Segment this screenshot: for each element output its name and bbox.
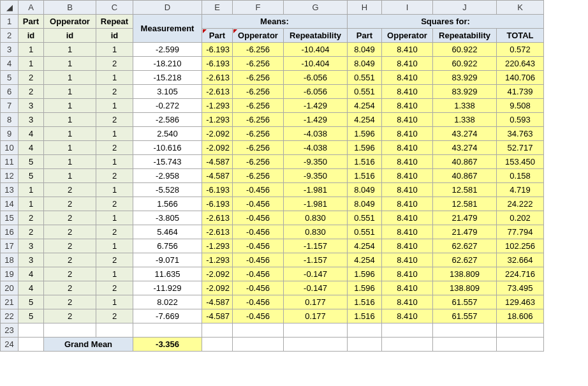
row-header-16[interactable]: 16 — [1, 225, 18, 239]
cell-mean-repeat[interactable]: -1.429 — [284, 99, 348, 113]
cell-repeat-id[interactable]: 2 — [96, 113, 133, 127]
cell-mean-part[interactable]: -2.092 — [202, 127, 233, 141]
cell-measurement[interactable]: -15.743 — [133, 155, 202, 169]
row-header-4[interactable]: 4 — [1, 57, 18, 71]
cell-sq-part[interactable]: 1.596 — [348, 141, 382, 155]
cell-measurement[interactable]: -18.210 — [133, 57, 202, 71]
cell-measurement[interactable]: -5.528 — [133, 183, 202, 197]
cell-mean-opperator[interactable]: -0.456 — [233, 253, 284, 267]
col-K[interactable]: K — [497, 1, 544, 15]
cell-mean-part[interactable]: -4.587 — [202, 155, 233, 169]
row-header-10[interactable]: 10 — [1, 141, 18, 155]
grand-mean-value[interactable]: -3.356 — [133, 338, 202, 352]
cell-sq-opperator[interactable]: 8.410 — [382, 155, 433, 169]
cell-sq-part[interactable]: 4.254 — [348, 113, 382, 127]
cell-sq-repeat[interactable]: 43.274 — [433, 127, 497, 141]
cell-part-id[interactable]: 4 — [18, 281, 44, 295]
cell-part-id[interactable]: 3 — [18, 253, 44, 267]
cell-mean-part[interactable]: -1.293 — [202, 99, 233, 113]
cell-sq-opperator[interactable]: 8.410 — [382, 253, 433, 267]
cell-sq-repeat[interactable]: 1.338 — [433, 113, 497, 127]
cell-sq-repeat[interactable]: 21.479 — [433, 225, 497, 239]
cell-sq-opperator[interactable]: 8.410 — [382, 295, 433, 309]
cell-opperator-id[interactable]: 1 — [44, 43, 96, 57]
col-A[interactable]: A — [18, 1, 44, 15]
cell-mean-opperator[interactable]: -6.256 — [233, 127, 284, 141]
cell-measurement[interactable]: -2.958 — [133, 169, 202, 183]
cell-mean-part[interactable]: -2.092 — [202, 141, 233, 155]
empty-cell[interactable] — [18, 338, 44, 352]
row-header-21[interactable]: 21 — [1, 295, 18, 309]
cell-opperator-id[interactable]: 1 — [44, 169, 96, 183]
cell-sq-total[interactable]: 4.719 — [497, 183, 544, 197]
cell-mean-opperator[interactable]: -6.256 — [233, 169, 284, 183]
cell-sq-opperator[interactable]: 8.410 — [382, 141, 433, 155]
cell-mean-part[interactable]: -1.293 — [202, 239, 233, 253]
cell-mean-repeat[interactable]: 0.177 — [284, 309, 348, 323]
cell-sq-opperator[interactable]: 8.410 — [382, 43, 433, 57]
row-header-18[interactable]: 18 — [1, 253, 18, 267]
cell-mean-repeat[interactable]: -0.147 — [284, 267, 348, 281]
cell-mean-repeat[interactable]: -4.038 — [284, 127, 348, 141]
cell-sq-part[interactable]: 8.049 — [348, 197, 382, 211]
empty-cell[interactable] — [18, 323, 44, 338]
cell-repeat-id[interactable]: 2 — [96, 197, 133, 211]
cell-mean-opperator[interactable]: -6.256 — [233, 57, 284, 71]
cell-mean-repeat[interactable]: -1.981 — [284, 183, 348, 197]
cell-opperator-id[interactable]: 2 — [44, 309, 96, 323]
row-header-9[interactable]: 9 — [1, 127, 18, 141]
cell-repeat-id[interactable]: 2 — [96, 85, 133, 99]
col-I[interactable]: I — [382, 1, 433, 15]
cell-mean-opperator[interactable]: -0.456 — [233, 211, 284, 225]
cell-opperator-id[interactable]: 2 — [44, 281, 96, 295]
cell-opperator-id[interactable]: 2 — [44, 253, 96, 267]
cell-opperator-id[interactable]: 1 — [44, 113, 96, 127]
col-J[interactable]: J — [433, 1, 497, 15]
cell-part-id[interactable]: 4 — [18, 141, 44, 155]
cell-sq-opperator[interactable]: 8.410 — [382, 57, 433, 71]
empty-cell[interactable] — [202, 338, 233, 352]
cell-measurement[interactable]: -10.616 — [133, 141, 202, 155]
cell-mean-opperator[interactable]: -0.456 — [233, 281, 284, 295]
cell-opperator-id[interactable]: 2 — [44, 183, 96, 197]
cell-mean-part[interactable]: -2.092 — [202, 267, 233, 281]
cell-sq-part[interactable]: 1.516 — [348, 295, 382, 309]
cell-sq-repeat[interactable]: 60.922 — [433, 57, 497, 71]
cell-sq-repeat[interactable]: 12.581 — [433, 197, 497, 211]
row-header-3[interactable]: 3 — [1, 43, 18, 57]
cell-opperator-id[interactable]: 1 — [44, 127, 96, 141]
cell-part-id[interactable]: 1 — [18, 197, 44, 211]
cell-mean-opperator[interactable]: -0.456 — [233, 309, 284, 323]
cell-part-id[interactable]: 2 — [18, 85, 44, 99]
cell-mean-opperator[interactable]: -0.456 — [233, 295, 284, 309]
empty-cell[interactable] — [348, 323, 382, 338]
cell-opperator-id[interactable]: 1 — [44, 57, 96, 71]
cell-measurement[interactable]: 1.566 — [133, 197, 202, 211]
cell-mean-opperator[interactable]: -6.256 — [233, 141, 284, 155]
row-header-14[interactable]: 14 — [1, 197, 18, 211]
cell-measurement[interactable]: -15.218 — [133, 71, 202, 85]
cell-mean-opperator[interactable]: -0.456 — [233, 197, 284, 211]
cell-sq-opperator[interactable]: 8.410 — [382, 113, 433, 127]
cell-mean-repeat[interactable]: -4.038 — [284, 141, 348, 155]
empty-cell[interactable] — [233, 323, 284, 338]
cell-sq-total[interactable]: 0.202 — [497, 211, 544, 225]
cell-repeat-id[interactable]: 1 — [96, 211, 133, 225]
cell-sq-part[interactable]: 8.049 — [348, 43, 382, 57]
col-F[interactable]: F — [233, 1, 284, 15]
cell-mean-opperator[interactable]: -6.256 — [233, 43, 284, 57]
cell-sq-opperator[interactable]: 8.410 — [382, 85, 433, 99]
cell-measurement[interactable]: 11.635 — [133, 267, 202, 281]
cell-mean-part[interactable]: -2.613 — [202, 85, 233, 99]
cell-mean-repeat[interactable]: -6.056 — [284, 71, 348, 85]
cell-mean-repeat[interactable]: 0.177 — [284, 295, 348, 309]
cell-mean-repeat[interactable]: -6.056 — [284, 85, 348, 99]
cell-repeat-id[interactable]: 1 — [96, 43, 133, 57]
cell-opperator-id[interactable]: 1 — [44, 99, 96, 113]
cell-mean-part[interactable]: -6.193 — [202, 197, 233, 211]
cell-mean-part[interactable]: -1.293 — [202, 113, 233, 127]
cell-repeat-id[interactable]: 1 — [96, 155, 133, 169]
cell-sq-repeat[interactable]: 83.929 — [433, 85, 497, 99]
cell-opperator-id[interactable]: 2 — [44, 239, 96, 253]
cell-sq-total[interactable]: 77.794 — [497, 225, 544, 239]
